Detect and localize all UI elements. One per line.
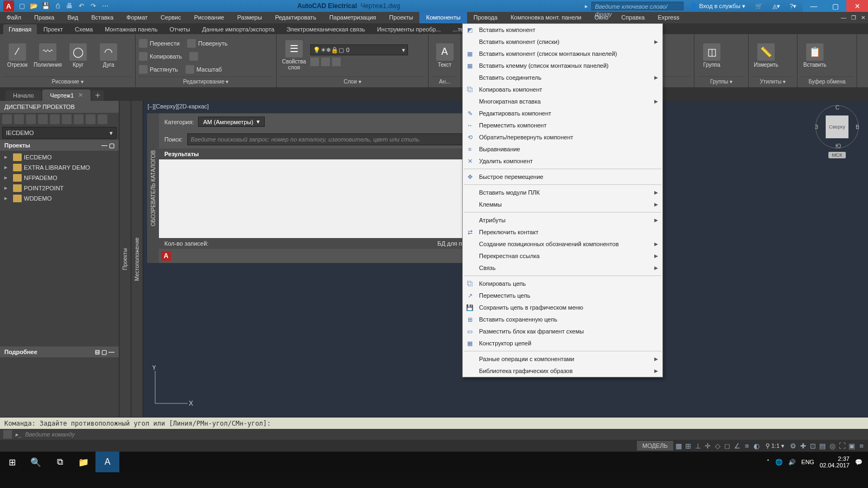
- qat-new-icon[interactable]: ▢: [17, 2, 26, 10]
- qat-more-icon[interactable]: ⋯: [101, 2, 110, 10]
- pm-tool-icon[interactable]: [62, 114, 72, 124]
- ribbon-tab[interactable]: Главная: [3, 24, 37, 34]
- menu-item[interactable]: Вставить модули ПЛК▶: [463, 187, 662, 198]
- panel-title-clipboard[interactable]: Буфер обмена: [801, 76, 853, 86]
- menu-вид[interactable]: Вид: [61, 12, 85, 23]
- tray-chevron-icon[interactable]: ˄: [767, 459, 770, 466]
- menu-файл[interactable]: Файл: [0, 12, 28, 23]
- command-input[interactable]: ▸_ Введите команду: [0, 429, 868, 440]
- move-button[interactable]: Перенести Повернуть: [139, 37, 228, 49]
- menu-item[interactable]: ▦Вставить компонент (список монтажных па…: [463, 48, 662, 60]
- results-list[interactable]: [159, 159, 473, 238]
- menu-express[interactable]: Express: [651, 12, 686, 23]
- ribbon-tab[interactable]: Отчеты: [164, 24, 195, 34]
- menu-item[interactable]: Вставить соединитель▶: [463, 72, 662, 84]
- menu-компоненты[interactable]: Компоненты: [419, 12, 467, 23]
- maximize-button[interactable]: ▢: [825, 0, 846, 12]
- cleanscreen-icon[interactable]: ▣: [847, 441, 856, 450]
- help-icon[interactable]: ?▾: [787, 3, 800, 10]
- keyword-search-input[interactable]: Введите ключевое слово/фразу: [591, 2, 684, 10]
- start-button[interactable]: ⊞: [0, 452, 24, 472]
- ortho-icon[interactable]: ⊥: [694, 441, 703, 450]
- text-button[interactable]: AТекст: [432, 43, 457, 68]
- network-icon[interactable]: 🌐: [775, 459, 783, 466]
- draw-Круг[interactable]: ◯Круг: [64, 43, 92, 68]
- transparency-icon[interactable]: ◐: [752, 441, 761, 450]
- group-button[interactable]: ◫Группа: [698, 43, 726, 68]
- menu-item[interactable]: Вставить компонент (списки)▶: [463, 36, 662, 48]
- lineweight-icon[interactable]: ≡: [743, 441, 751, 450]
- mdi-restore-icon[interactable]: ❐: [848, 13, 858, 23]
- menu-формат[interactable]: Формат: [120, 12, 154, 23]
- grid-icon[interactable]: ▦: [674, 441, 683, 450]
- layer-tool-icon[interactable]: [310, 57, 319, 66]
- annomonitor-icon[interactable]: ✚: [799, 441, 807, 450]
- units-icon[interactable]: ⊡: [808, 441, 817, 450]
- panel-title-groups[interactable]: Группы ▾: [698, 76, 745, 86]
- layer-tool-icon[interactable]: [332, 57, 341, 66]
- panel-title-utils[interactable]: Утилиты ▾: [752, 76, 794, 86]
- qat-redo-icon[interactable]: ↷: [89, 2, 98, 10]
- project-node[interactable]: ▸NFPADEMO: [2, 172, 117, 183]
- ribbon-tab[interactable]: Инструменты преобр...: [372, 24, 446, 34]
- pm-tool-icon[interactable]: [38, 114, 48, 124]
- viewport-label[interactable]: [–][Сверху][2D-каркас]: [148, 103, 209, 110]
- draw-Полилиния[interactable]: 〰Полилиния: [34, 43, 62, 68]
- layer-properties-button[interactable]: ☰Свойства слоя: [280, 40, 308, 70]
- menu-item[interactable]: Многократная вставка▶: [463, 95, 662, 107]
- pm-project-dropdown[interactable]: IECDEMO▾: [2, 127, 117, 139]
- menu-item[interactable]: Клеммы▶: [463, 198, 662, 210]
- paste-button[interactable]: 📋Вставить: [801, 43, 829, 68]
- menu-окно[interactable]: Окно: [588, 12, 615, 23]
- ribbon-tab[interactable]: Электромеханическая связь: [281, 24, 371, 34]
- draw-Дуга[interactable]: ◠Дуга: [94, 43, 123, 68]
- copy-button[interactable]: Копировать: [139, 50, 198, 62]
- project-node[interactable]: ▸IECDEMO: [2, 152, 117, 162]
- tab-start[interactable]: Начало: [5, 90, 41, 101]
- isoplane-icon[interactable]: ◇: [713, 441, 722, 450]
- menu-item[interactable]: Разные операции с компонентами▶: [463, 353, 662, 365]
- menu-вставка[interactable]: Вставка: [85, 12, 120, 23]
- polar-icon[interactable]: ✛: [704, 441, 712, 450]
- qat-print-icon[interactable]: 🖶: [65, 2, 74, 10]
- close-button[interactable]: ✕: [846, 0, 868, 12]
- measure-button[interactable]: 📏Измерить: [752, 43, 780, 68]
- catalog-browser-tab[interactable]: ОБОЗРЕВАТЕЛЬ КАТАЛОГОВ: [147, 113, 159, 263]
- annoscale-button[interactable]: ⚲ 1:1 ▾: [762, 441, 788, 451]
- qat-save-icon[interactable]: 💾: [41, 2, 50, 10]
- menu-item[interactable]: ▦Вставить клемму (список монтажных панел…: [463, 60, 662, 72]
- menu-item[interactable]: ⿻Копировать цепь: [463, 278, 662, 290]
- menu-справка[interactable]: Справка: [615, 12, 651, 23]
- pm-projects-header[interactable]: Проекты— ▢: [0, 140, 119, 151]
- project-node[interactable]: ▸POINT2POINT: [2, 183, 117, 193]
- ribbon-tab[interactable]: Проект: [38, 24, 68, 34]
- menu-item[interactable]: ⿻Копировать компонент: [463, 84, 662, 95]
- menu-параметризация[interactable]: Параметризация: [323, 12, 382, 23]
- view-cube[interactable]: С В Ю З Сверху МСК: [813, 105, 861, 176]
- notifications-icon[interactable]: 💬: [855, 459, 863, 466]
- pm-tool-icon[interactable]: [98, 114, 107, 124]
- menu-item[interactable]: ⇄Переключить контакт: [463, 226, 662, 238]
- catalog-search-input[interactable]: Введите поисковый запрос: номер по катал…: [187, 133, 467, 145]
- search-task-icon[interactable]: 🔍: [24, 452, 48, 472]
- panel-title-draw[interactable]: Рисование ▾: [3, 76, 132, 86]
- menu-сервис[interactable]: Сервис: [154, 12, 188, 23]
- ribbon-tab[interactable]: Схема: [69, 24, 98, 34]
- menu-item[interactable]: ↔Переместить компонент: [463, 119, 662, 131]
- customize-icon[interactable]: ≡: [857, 441, 866, 450]
- layer-combo[interactable]: 💡☀❄🔒▢ 0▾: [310, 44, 408, 55]
- qat-saveas-icon[interactable]: ⎙: [53, 2, 62, 10]
- snap-icon[interactable]: ⊞: [684, 441, 693, 450]
- ribbon-tab[interactable]: Данные импорта/экспорта: [196, 24, 280, 34]
- draw-Отрезок[interactable]: ∕Отрезок: [3, 43, 31, 68]
- menu-item[interactable]: Перекрестная ссылка▶: [463, 250, 662, 262]
- menu-редактировать[interactable]: Редактировать: [269, 12, 323, 23]
- layer-tool-icon[interactable]: [321, 57, 330, 66]
- command-config-icon[interactable]: [3, 430, 12, 439]
- model-space-button[interactable]: МОДЕЛЬ: [637, 441, 673, 451]
- pm-tool-icon[interactable]: [74, 114, 84, 124]
- menu-item[interactable]: Связь▶: [463, 262, 662, 274]
- hardware-icon[interactable]: ⛶: [838, 441, 846, 450]
- new-tab-button[interactable]: +: [92, 90, 104, 101]
- otrack-icon[interactable]: ∠: [733, 441, 742, 450]
